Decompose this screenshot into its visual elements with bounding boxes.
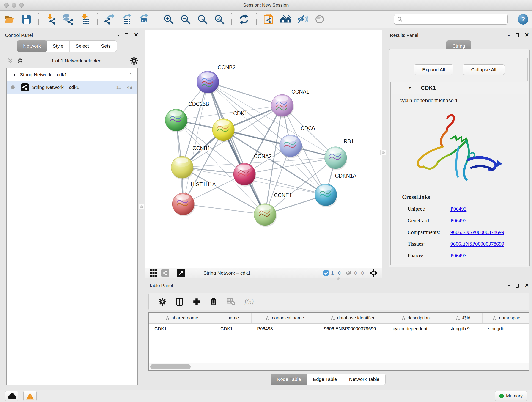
collapse-all-button[interactable]: Collapse All bbox=[462, 64, 505, 75]
help-icon[interactable]: ? bbox=[518, 14, 528, 25]
fit-selected-crosshair-icon[interactable] bbox=[369, 269, 378, 277]
window-maximize-button[interactable] bbox=[19, 3, 24, 7]
tab-edge-table[interactable]: Edge Table bbox=[307, 374, 343, 385]
function-builder-icon[interactable]: f(x) bbox=[244, 298, 254, 306]
network-node-CCNA1[interactable] bbox=[271, 95, 294, 118]
clone-network-icon[interactable] bbox=[263, 13, 274, 25]
network-canvas[interactable]: CCNB2CCNA1CDC25BCDK1CDC6RB1CCNB1CCNA2CDK… bbox=[146, 30, 382, 268]
memory-button[interactable]: Memory bbox=[495, 391, 527, 401]
crosslink-value-link[interactable]: P06493 bbox=[450, 206, 467, 212]
hide-graphics-details-icon[interactable] bbox=[297, 13, 308, 25]
collapse-all-icon[interactable] bbox=[7, 58, 13, 64]
table-settings-gear-icon[interactable] bbox=[158, 298, 167, 306]
table-cell[interactable]: cyclin-dependent ... bbox=[387, 324, 444, 334]
window-minimize-button[interactable] bbox=[12, 3, 16, 7]
network-tree-item[interactable]: String Network – cdk1 11 48 bbox=[7, 81, 137, 94]
scrollbar-thumb[interactable] bbox=[150, 364, 191, 369]
column-header-namespac[interactable]: namespac bbox=[482, 313, 529, 323]
right-splitter-grip[interactable] bbox=[380, 150, 386, 155]
column-header-database-identifier[interactable]: database identifier bbox=[318, 313, 387, 323]
network-node-CDC25B[interactable] bbox=[165, 109, 188, 133]
column-header--id[interactable]: @id bbox=[444, 313, 482, 323]
column-header-shared-name[interactable]: shared name bbox=[149, 313, 215, 323]
panel-float-icon[interactable] bbox=[515, 283, 519, 288]
zoom-in-icon[interactable] bbox=[163, 13, 174, 25]
zoom-selected-icon[interactable] bbox=[214, 13, 225, 25]
tab-network[interactable]: Network bbox=[17, 40, 47, 52]
export-network-icon[interactable] bbox=[104, 13, 115, 25]
table-cell[interactable]: 9606.ENSP00000378699 bbox=[318, 324, 387, 334]
panel-menu-icon[interactable]: ▾ bbox=[508, 33, 510, 37]
warnings-button[interactable] bbox=[23, 391, 37, 401]
network-node-RB1[interactable] bbox=[325, 147, 347, 170]
left-splitter-grip[interactable] bbox=[139, 204, 144, 210]
network-node-CCNB1[interactable] bbox=[171, 156, 194, 180]
home-icon[interactable] bbox=[280, 13, 291, 25]
panel-menu-icon[interactable]: ▾ bbox=[117, 33, 119, 37]
network-node-CCNA2[interactable] bbox=[234, 163, 256, 186]
tree-expand-icon[interactable]: ▼ bbox=[13, 73, 16, 77]
panel-close-icon[interactable]: × bbox=[525, 32, 529, 38]
hidden-eye-icon[interactable] bbox=[346, 270, 352, 276]
export-image-icon[interactable] bbox=[138, 13, 149, 25]
network-options-gear-icon[interactable] bbox=[130, 57, 138, 65]
network-edge-CCNA1-CDC25B[interactable] bbox=[176, 105, 282, 120]
panel-float-icon[interactable] bbox=[125, 33, 128, 37]
panel-menu-icon[interactable]: ▾ bbox=[508, 284, 510, 288]
show-graphics-details-icon[interactable] bbox=[314, 13, 325, 25]
delete-table-icon[interactable] bbox=[227, 298, 235, 306]
network-tree-root[interactable]: ▼ String Network – cdk1 1 bbox=[7, 68, 137, 81]
network-node-CDK1[interactable] bbox=[212, 119, 235, 142]
network-edge-CCNB2-CCNE1[interactable] bbox=[208, 82, 265, 215]
tab-style[interactable]: Style bbox=[47, 41, 70, 51]
cloud-status-button[interactable] bbox=[5, 391, 18, 401]
delete-columns-icon[interactable] bbox=[210, 297, 217, 306]
section-collapse-icon[interactable]: ▼ bbox=[408, 86, 412, 90]
selected-checkbox-icon[interactable] bbox=[323, 270, 329, 276]
search-input[interactable] bbox=[404, 17, 505, 22]
panel-close-icon[interactable]: × bbox=[525, 282, 529, 288]
view-grid-icon[interactable] bbox=[150, 269, 157, 277]
column-header-canonical-name[interactable]: canonical name bbox=[252, 313, 318, 323]
expand-all-icon[interactable] bbox=[17, 58, 23, 64]
window-close-button[interactable] bbox=[4, 3, 9, 7]
network-node-CDC6[interactable] bbox=[279, 135, 302, 158]
open-in-new-window-icon[interactable] bbox=[177, 269, 185, 277]
protein-section-header[interactable]: ▼ CDK1 bbox=[391, 82, 528, 94]
tab-node-table[interactable]: Node Table bbox=[271, 374, 307, 385]
table-cell[interactable]: CDK1 bbox=[149, 324, 215, 334]
table-cell[interactable]: stringdb:9... bbox=[444, 324, 482, 334]
zoom-out-icon[interactable] bbox=[180, 13, 191, 25]
column-header-description[interactable]: description bbox=[387, 313, 444, 323]
export-table-icon[interactable] bbox=[121, 13, 133, 25]
panel-float-icon[interactable] bbox=[515, 33, 519, 37]
tab-sets[interactable]: Sets bbox=[95, 41, 117, 51]
network-node-CDKN1A[interactable] bbox=[315, 184, 337, 207]
save-session-icon[interactable] bbox=[21, 13, 32, 25]
refresh-view-icon[interactable] bbox=[238, 13, 250, 25]
crosslink-value-link[interactable]: P06493 bbox=[450, 218, 467, 224]
import-network-from-database-icon[interactable] bbox=[62, 13, 74, 25]
network-edge-HIST1H1A-CCNE1[interactable] bbox=[183, 204, 265, 215]
import-table-from-file-icon[interactable] bbox=[79, 13, 91, 25]
tab-network-table[interactable]: Network Table bbox=[343, 374, 386, 385]
crosslink-value-link[interactable]: 9606.ENSP00000378699 bbox=[450, 241, 504, 247]
panel-close-icon[interactable]: × bbox=[134, 32, 138, 38]
table-cell[interactable]: stringdb bbox=[482, 324, 529, 334]
expand-all-button[interactable]: Expand All bbox=[414, 64, 453, 75]
create-column-icon[interactable] bbox=[193, 298, 201, 306]
network-node-HIST1H1A[interactable] bbox=[172, 193, 195, 216]
tab-select[interactable]: Select bbox=[70, 41, 95, 51]
network-badge-gray-icon[interactable] bbox=[161, 269, 169, 277]
open-session-icon[interactable] bbox=[4, 13, 15, 25]
show-columns-icon[interactable] bbox=[176, 298, 184, 306]
table-cell[interactable]: P06493 bbox=[252, 324, 318, 334]
table-cell[interactable]: CDK1 bbox=[215, 324, 252, 334]
zoom-fit-content-icon[interactable] bbox=[196, 13, 208, 25]
node-label-CDK1: CDK1 bbox=[233, 110, 247, 116]
import-network-from-file-icon[interactable] bbox=[45, 13, 57, 25]
crosslink-value-link[interactable]: P06493 bbox=[450, 253, 467, 259]
network-node-CCNE1[interactable] bbox=[254, 204, 277, 227]
column-header-name[interactable]: name bbox=[215, 313, 252, 323]
crosslink-value-link[interactable]: 9606.ENSP00000378699 bbox=[450, 230, 504, 235]
